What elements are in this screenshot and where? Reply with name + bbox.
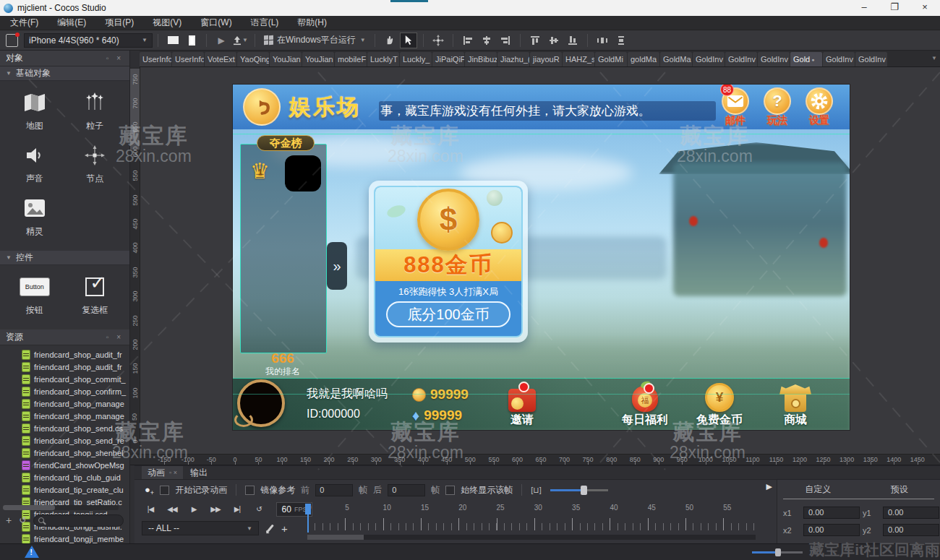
playhead[interactable] (305, 504, 311, 514)
room-card[interactable]: $ 888金币 16张跑得快 3人打满X局 底分100金币 (369, 181, 528, 343)
menu-item[interactable]: 语言(L) (251, 17, 279, 29)
play-icon[interactable]: ▶ (213, 33, 230, 48)
timeline-scrollbar[interactable] (307, 535, 756, 540)
add-resource-icon[interactable]: + (6, 514, 12, 526)
control-checkbox[interactable]: ✓ 复选框 (65, 275, 126, 316)
scene-tab[interactable]: GoldMa● (660, 52, 692, 66)
frames-after-input[interactable]: 0 (388, 484, 425, 496)
transport-button[interactable]: |◀ (142, 503, 159, 516)
scene-tab[interactable]: JinBibuz● (465, 52, 497, 66)
scene-tab[interactable]: UserInfo● (172, 52, 204, 66)
scene-tab[interactable]: VoteExt● (205, 52, 236, 66)
scene-tab[interactable]: GoldInv● (758, 52, 790, 66)
control-button[interactable]: Button 按钮 (4, 275, 65, 316)
minimize-button[interactable]: – (849, 0, 879, 16)
panel-controls-icons[interactable]: ▫ × (106, 333, 124, 341)
scene-tab[interactable]: GoldInv● (823, 52, 855, 66)
scene-tab[interactable]: GoldInv● (693, 52, 725, 66)
record-animation-checkbox[interactable] (160, 486, 169, 495)
keyframe-spacing-icon[interactable]: [⊔] (531, 486, 542, 495)
scene-tab[interactable]: YouJian● (270, 52, 302, 66)
x1-input[interactable]: 0.00 (803, 507, 860, 519)
leaderboard-expand-button[interactable]: » (327, 242, 347, 290)
transport-button[interactable]: ↺ (250, 503, 268, 516)
transport-button[interactable]: ◀◀ (163, 503, 181, 516)
scene-tab[interactable]: jiayouR● (530, 52, 562, 66)
back-button[interactable] (243, 88, 281, 126)
align-center-h-icon[interactable] (478, 33, 495, 48)
mirror-reference-checkbox[interactable] (245, 486, 255, 495)
align-right-icon[interactable] (497, 33, 514, 48)
scene-tab[interactable]: mobileF● (335, 52, 367, 66)
portrait-button[interactable] (183, 33, 200, 48)
scene-tab[interactable]: Gold● (790, 52, 822, 66)
distribute-v-icon[interactable] (612, 33, 630, 48)
track-filter-select[interactable]: -- ALL -- ▼ (142, 521, 259, 535)
align-bottom-icon[interactable] (564, 33, 581, 48)
resource-file-row[interactable]: friendcard_tip_club_guid (22, 471, 129, 483)
restore-button[interactable]: ❐ (879, 0, 910, 16)
warning-icon[interactable]: ! (25, 546, 39, 558)
scene-tab[interactable]: YaoQing● (237, 52, 269, 66)
scene-tab[interactable]: JiPaiQiP● (432, 52, 464, 66)
distribute-h-icon[interactable] (594, 33, 611, 48)
transport-button[interactable]: ▶| (228, 503, 246, 516)
object-map[interactable]: 地图 (4, 91, 65, 132)
player-avatar[interactable] (237, 379, 285, 427)
resource-file-row[interactable]: friendcard_shop_commit_ (22, 373, 129, 385)
settings-button[interactable]: 设置 (800, 87, 839, 127)
object-sprite[interactable]: 精灵 (4, 197, 65, 238)
resource-file-row[interactable]: friendcard_shop_shenhel (22, 447, 129, 459)
align-middle-icon[interactable] (545, 33, 563, 48)
scene-tab[interactable]: UserInfo● (140, 52, 171, 66)
object-sound[interactable]: 声音 (4, 144, 65, 185)
landscape-button[interactable] (164, 33, 181, 48)
close-button[interactable]: × (910, 0, 940, 16)
tab-output[interactable]: 输出 (184, 466, 213, 479)
tab-custom[interactable]: 自定义 (777, 483, 859, 496)
resource-file-row[interactable]: friendcard_shop_send_re (22, 434, 129, 447)
resource-file-row[interactable]: friendCard_showOpeMsg (22, 459, 129, 471)
resource-file-row[interactable]: friendcard_shop_manage (22, 410, 129, 422)
resource-file-row[interactable]: friendcard_shop_confirm_ (22, 385, 129, 397)
tab-overflow-icon[interactable]: ▼ (931, 55, 937, 61)
design-canvas[interactable]: 7507006506005505004504003503002502001501… (130, 67, 940, 454)
timeline-zoom-slider[interactable] (550, 489, 608, 491)
panel-controls-icons[interactable]: ▫ × (106, 54, 124, 62)
daily-bonus-button[interactable]: 福 每日福利 (612, 382, 678, 428)
section-controls[interactable]: ▼ 控件 (0, 251, 129, 265)
y1-input[interactable]: 0.00 (883, 507, 939, 519)
resource-file-row[interactable]: friendcard_tip_create_clu (22, 483, 129, 496)
tab-animation[interactable]: 动画 ▫ × (142, 466, 183, 479)
timeline-ruler[interactable] (307, 517, 756, 533)
free-coins-button[interactable]: ¥ 免费金币 (686, 382, 753, 428)
publish-icon[interactable]: ▼ (231, 33, 249, 48)
transport-button[interactable]: ▶▶ (207, 503, 224, 516)
panel-controls-icons[interactable]: ▫ × (169, 466, 177, 479)
shop-button[interactable]: 商城 (762, 382, 829, 428)
resource-search-input[interactable] (33, 514, 124, 527)
scene-tab[interactable]: GoldInv● (725, 52, 757, 66)
resource-file-row[interactable]: friendcard_shop_audit_fr (22, 361, 129, 373)
run-target-select[interactable]: 在Windows平台运行 ▼ (261, 33, 369, 48)
resource-file-row[interactable]: friendcard_shop_send.cs (22, 422, 129, 434)
object-particle[interactable]: 粒子 (65, 91, 126, 132)
x2-input[interactable]: 0.00 (803, 524, 860, 536)
mail-button[interactable]: 88 邮件 (716, 87, 755, 127)
add-animation-icon[interactable]: + (281, 522, 288, 535)
edit-pencil-icon[interactable] (266, 524, 274, 533)
scene-tab[interactable]: Luckly_● (400, 52, 432, 66)
device-select[interactable]: iPhone 4/4S(960 * 640) ▼ (24, 33, 153, 48)
scene-tab[interactable]: YouJian● (302, 52, 334, 66)
refresh-icon[interactable]: ↺ (19, 515, 26, 525)
object-node[interactable]: 节点 (65, 144, 126, 185)
hand-tool-icon[interactable] (381, 33, 398, 48)
align-top-icon[interactable] (526, 33, 544, 48)
menu-item[interactable]: 窗口(W) (200, 17, 231, 29)
tab-preset[interactable]: 预设 (859, 483, 940, 496)
game-scene[interactable]: 娱乐场 事，藏宝库游戏没有任何外挂，请大家放心游戏。 88 邮件 ? 玩法 (233, 85, 850, 430)
scene-tab[interactable]: HAHZ_s● (563, 52, 594, 66)
scene-tab[interactable]: goldMa● (628, 52, 659, 66)
resources-h-scrollbar[interactable] (3, 505, 119, 510)
how-to-play-button[interactable]: ? 玩法 (758, 87, 797, 127)
